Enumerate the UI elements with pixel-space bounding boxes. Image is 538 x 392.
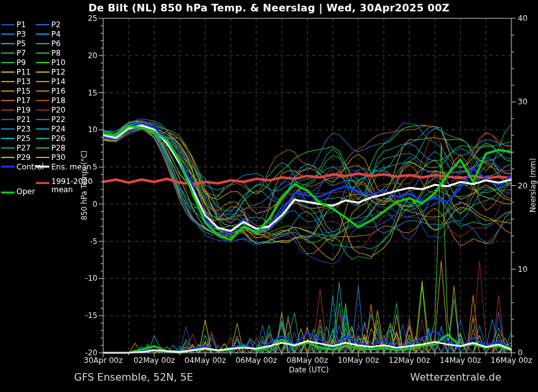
member-line-swatch <box>36 24 49 25</box>
temp-tick-label: 0 <box>71 200 97 209</box>
precip-tick-label: 10 <box>518 265 537 274</box>
date-tick-label: 06May 00z <box>231 356 282 365</box>
temp-tick-label: 15 <box>71 89 97 97</box>
legend-member-label: P2 <box>51 20 61 29</box>
member-line-swatch <box>36 119 49 120</box>
member-line-swatch <box>36 128 49 130</box>
site-label: Wetterzentrale.de <box>410 371 501 383</box>
legend-member-label: P9 <box>16 58 26 67</box>
member-line-swatch <box>1 34 15 35</box>
legend-member-label: P5 <box>16 39 26 48</box>
legend-member: P7 <box>1 49 36 58</box>
temp-tick-label: 20 <box>71 51 97 60</box>
member-line-swatch <box>36 34 49 35</box>
legend-member-label: P3 <box>16 30 26 39</box>
climate-line-swatch <box>36 182 49 184</box>
legend-member-label: P24 <box>51 125 66 133</box>
legend-member: P25 <box>1 134 36 143</box>
member-line-swatch <box>36 90 49 92</box>
legend-member: P4 <box>36 30 93 39</box>
date-tick-label: 08May 00z <box>282 356 333 365</box>
legend-member-label: P25 <box>16 134 31 143</box>
legend-member: P15 <box>1 87 36 95</box>
date-tick-label: 10May 00z <box>333 356 384 365</box>
legend-member-label: P8 <box>51 49 61 58</box>
temp-tick-label: 5 <box>71 162 97 171</box>
legend-member: P14 <box>36 77 93 86</box>
legend-row: P5P6 <box>1 39 96 48</box>
legend-member-label: P26 <box>51 134 66 143</box>
legend-member: P6 <box>36 39 93 48</box>
legend-member: P20 <box>36 106 93 114</box>
legend-row: P19P20 <box>1 105 96 114</box>
legend-member-label: P4 <box>51 30 61 39</box>
legend-member-label: P10 <box>51 58 66 67</box>
member-line-swatch <box>36 81 49 82</box>
member-line-swatch <box>1 119 15 120</box>
legend-member-label: P16 <box>51 87 66 95</box>
member-line-swatch <box>36 147 49 149</box>
member-line-swatch <box>36 100 49 101</box>
legend-member-label: P29 <box>16 153 31 162</box>
date-tick-label: 30Apr 00z <box>78 356 128 365</box>
legend-member-label: P22 <box>51 115 66 124</box>
legend-member-label: P1 <box>16 20 26 29</box>
member-line-swatch <box>1 128 15 130</box>
legend-member-label: P23 <box>16 125 31 133</box>
date-tick-label: 12May 00z <box>384 356 435 365</box>
legend-member: P11 <box>1 68 36 77</box>
member-line-swatch <box>1 71 15 73</box>
legend-member: P18 <box>36 96 93 105</box>
member-line-swatch <box>1 52 15 54</box>
temp-tick-label: -15 <box>71 311 97 320</box>
legend-climate-label-2: mean <box>51 185 73 194</box>
precip-tick-label: 40 <box>518 14 537 23</box>
temp-tick-label: -5 <box>71 237 97 246</box>
temp-tick-label: -10 <box>71 274 97 283</box>
member-line-swatch <box>1 24 15 25</box>
member-line-swatch <box>36 52 49 54</box>
legend-member: P9 <box>1 58 36 67</box>
legend-member: P13 <box>1 77 36 86</box>
date-tick-label: 16May 00z <box>486 356 537 365</box>
date-tick-label: 04May 00z <box>180 356 230 365</box>
temp-axis-title: 850 hPa Temp. (°C) <box>80 150 89 221</box>
legend-member-label: P6 <box>51 39 61 48</box>
legend-member-label: P15 <box>16 87 31 95</box>
legend-member: P29 <box>1 153 36 162</box>
legend-member: P26 <box>36 134 93 143</box>
legend-oper: Oper <box>1 187 35 196</box>
legend-member-label: P27 <box>16 144 31 152</box>
legend-row: P21P22 <box>1 114 96 124</box>
date-tick-label: 02May 00z <box>129 356 180 365</box>
member-line-swatch <box>1 138 15 139</box>
member-line-swatch <box>1 62 15 63</box>
member-line-swatch <box>36 43 49 44</box>
legend-member-label: P12 <box>51 68 66 77</box>
precip-tick-label: 20 <box>518 181 537 190</box>
member-line-swatch <box>36 109 49 111</box>
date-tick-label: 14May 00z <box>435 356 485 365</box>
member-line-swatch <box>1 147 15 149</box>
legend-member: P22 <box>36 115 93 124</box>
legend-row: P25P26 <box>1 133 96 143</box>
legend-member-label: P13 <box>16 77 31 86</box>
member-line-swatch <box>1 100 15 101</box>
member-line-swatch <box>36 62 49 63</box>
legend-member: P23 <box>1 125 36 133</box>
legend-oper-label: Oper <box>16 187 35 196</box>
oper-line-swatch <box>1 192 15 193</box>
ensemble-meteogram: De Bilt (NL) 850 hPa Temp. & Neerslag | … <box>0 0 538 392</box>
legend-control: Control <box>1 162 36 171</box>
date-axis-title: Date (UTC) <box>255 365 363 374</box>
legend-row: P3P4 <box>1 29 96 39</box>
member-line-swatch <box>36 157 49 158</box>
legend-member-label: P7 <box>16 49 26 58</box>
member-line-swatch <box>1 157 15 158</box>
member-line-swatch <box>36 71 49 73</box>
legend-member-label: P17 <box>16 96 31 105</box>
legend-member-label: P21 <box>16 115 31 124</box>
member-line-swatch <box>1 43 15 44</box>
legend-member: P3 <box>1 30 36 39</box>
legend-member-label: P30 <box>51 153 66 162</box>
